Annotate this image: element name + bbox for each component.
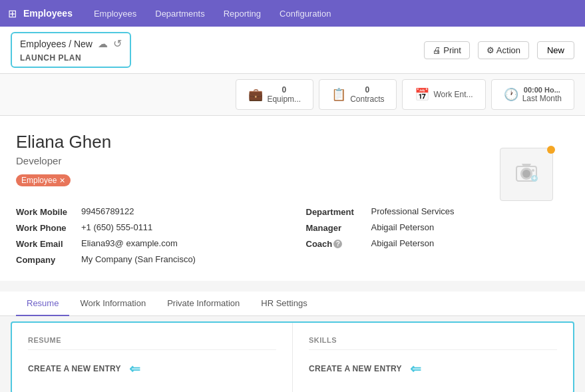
nav-reporting[interactable]: Reporting	[216, 5, 269, 23]
employee-form: Eliana Ghen Developer Employee ✕ Work Mo…	[0, 116, 585, 281]
tag-label: Employee	[21, 176, 57, 185]
skills-arrow-icon: ⇐	[410, 361, 421, 377]
manager-value[interactable]: Abigail Peterson	[371, 222, 435, 232]
contracts-button[interactable]: 📋 0 Contracts	[319, 79, 397, 110]
tab-resume[interactable]: Resume	[16, 292, 69, 316]
camera-icon: +	[514, 161, 539, 188]
launch-plan-text: LAUNCH PLAN	[20, 53, 122, 63]
tab-content-resume: RESUME CREATE A NEW ENTRY ⇐ SKILLS CREAT…	[11, 321, 574, 392]
work-entries-icon: 📅	[415, 87, 429, 102]
work-email-value[interactable]: Eliana93@ example.com	[81, 238, 178, 248]
form-and-photo: Eliana Ghen Developer Employee ✕ Work Mo…	[16, 132, 569, 270]
nav-departments[interactable]: Departments	[147, 5, 212, 23]
department-value[interactable]: Professional Services	[371, 206, 455, 216]
employee-job-title[interactable]: Developer	[16, 155, 569, 166]
skills-create-label: CREATE A NEW ENTRY	[309, 364, 402, 373]
coach-label: Coach ?	[306, 238, 366, 249]
action-button[interactable]: ⚙ Action	[478, 41, 529, 59]
work-mobile-value[interactable]: 99456789122	[81, 206, 134, 216]
hours-label: Last Month	[522, 94, 562, 103]
resume-arrow-icon: ⇐	[129, 361, 140, 377]
form-left: Work Mobile 99456789122 Work Phone +1 (6…	[16, 206, 280, 270]
hours-button[interactable]: 🕐 00:00 Ho... Last Month	[491, 79, 574, 110]
status-dot	[547, 146, 555, 154]
tab-section: RESUME CREATE A NEW ENTRY ⇐ SKILLS CREAT…	[12, 323, 573, 392]
work-entries-label: Work Ent...	[433, 90, 473, 99]
skills-create-entry[interactable]: CREATE A NEW ENTRY ⇐	[309, 358, 557, 379]
breadcrumb-bar: Employees / New ☁ ↺ LAUNCH PLAN 🖨 Print …	[0, 27, 585, 74]
work-email-row: Work Email Eliana93@ example.com	[16, 238, 280, 249]
resume-column: RESUME CREATE A NEW ENTRY ⇐	[12, 323, 292, 392]
work-phone-row: Work Phone +1 (650) 555-0111	[16, 222, 280, 233]
breadcrumb-left: Employees / New ☁ ↺ LAUNCH PLAN	[11, 32, 131, 68]
manager-row: Manager Abigail Peterson	[306, 222, 570, 233]
equipment-label: Equipm...	[267, 95, 301, 104]
tab-work-information[interactable]: Work Information	[69, 292, 156, 316]
work-phone-value[interactable]: +1 (650) 555-0111	[81, 222, 152, 232]
hours-count: 00:00 Ho...	[522, 86, 562, 94]
app-name: Employees	[23, 8, 73, 19]
employee-photo[interactable]: +	[500, 148, 553, 201]
form-right: Department Professional Services Manager…	[280, 206, 570, 270]
launch-plan-label: LAUNCH PLAN	[20, 53, 81, 63]
work-email-label: Work Email	[16, 238, 76, 249]
resume-create-label: CREATE A NEW ENTRY	[28, 364, 121, 373]
coach-value[interactable]: Abigail Peterson	[371, 238, 435, 248]
department-label: Department	[306, 206, 366, 217]
employee-tag: Employee ✕	[16, 174, 71, 186]
new-button[interactable]: New	[537, 41, 574, 59]
print-button[interactable]: 🖨 Print	[424, 41, 470, 59]
app-grid-icon[interactable]: ⊞	[8, 7, 17, 20]
svg-point-0	[522, 170, 530, 178]
top-nav-bar: ⊞ Employees Employees Departments Report…	[0, 0, 585, 27]
equipment-button[interactable]: 💼 0 Equipm...	[236, 79, 313, 110]
manager-label: Manager	[306, 222, 366, 233]
skills-column: SKILLS CREATE A NEW ENTRY ⇐	[292, 323, 573, 392]
form-main: Eliana Ghen Developer Employee ✕ Work Mo…	[16, 132, 569, 270]
refresh-icon[interactable]: ↺	[113, 37, 122, 50]
svg-text:+: +	[532, 174, 536, 182]
company-label: Company	[16, 254, 76, 265]
equipment-icon: 💼	[248, 87, 263, 102]
hours-icon: 🕐	[504, 87, 518, 102]
tab-private-information[interactable]: Private Information	[156, 292, 250, 316]
company-row: Company My Company (San Francisco)	[16, 254, 280, 265]
coach-help-icon: ?	[333, 240, 342, 248]
coach-row: Coach ? Abigail Peterson	[306, 238, 570, 249]
breadcrumb-path: Employees / New	[20, 39, 93, 49]
department-row: Department Professional Services	[306, 206, 570, 217]
tabs-bar: Resume Work Information Private Informat…	[0, 292, 585, 316]
breadcrumb-actions: 🖨 Print ⚙ Action New	[424, 41, 574, 59]
tab-hr-settings[interactable]: HR Settings	[250, 292, 317, 316]
contracts-icon: 📋	[331, 87, 346, 102]
breadcrumb-top-row: Employees / New ☁ ↺	[20, 37, 122, 50]
resume-create-entry[interactable]: CREATE A NEW ENTRY ⇐	[28, 358, 276, 379]
equipment-count: 0	[267, 85, 301, 95]
svg-point-2	[532, 169, 534, 172]
work-phone-label: Work Phone	[16, 222, 76, 233]
employee-name[interactable]: Eliana Ghen	[16, 132, 569, 152]
work-entries-button[interactable]: 📅 Work Ent...	[402, 79, 485, 110]
contracts-count: 0	[350, 85, 384, 95]
remove-tag-button[interactable]: ✕	[59, 176, 65, 185]
resume-section-title: RESUME	[28, 336, 276, 350]
form-columns: Work Mobile 99456789122 Work Phone +1 (6…	[16, 206, 569, 270]
nav-configuration[interactable]: Configuration	[272, 5, 339, 23]
smart-buttons-bar: 💼 0 Equipm... 📋 0 Contracts 📅 Work Ent..…	[0, 74, 585, 116]
skills-section-title: SKILLS	[309, 336, 557, 350]
work-mobile-row: Work Mobile 99456789122	[16, 206, 280, 217]
nav-employees[interactable]: Employees	[86, 5, 144, 23]
company-value[interactable]: My Company (San Francisco)	[81, 254, 196, 264]
work-mobile-label: Work Mobile	[16, 206, 76, 217]
nav-menu: Employees Departments Reporting Configur…	[86, 5, 339, 23]
contracts-label: Contracts	[350, 95, 384, 104]
breadcrumb-outlined-box: Employees / New ☁ ↺ LAUNCH PLAN	[11, 32, 131, 68]
save-icon[interactable]: ☁	[98, 38, 108, 50]
